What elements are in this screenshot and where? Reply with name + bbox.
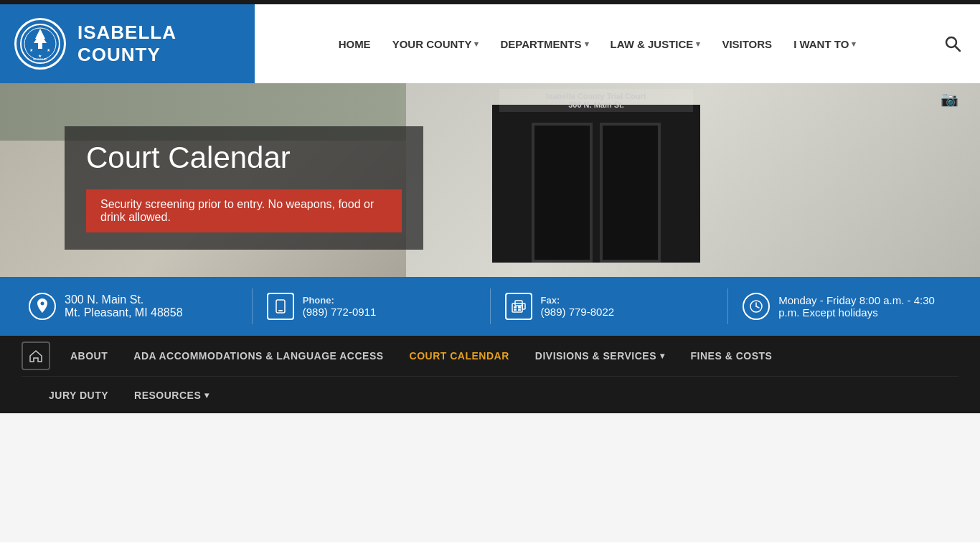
svg-rect-18 xyxy=(518,309,521,311)
security-alert: Security screening prior to entry. No we… xyxy=(86,189,402,232)
header: ★ ★ ★ MICHIGAN ISABELLA COUNTY HOME YOUR… xyxy=(0,4,980,83)
svg-rect-19 xyxy=(522,303,525,309)
fax-icon xyxy=(505,293,532,320)
info-divider xyxy=(727,288,728,324)
svg-text:MICHIGAN: MICHIGAN xyxy=(33,57,47,61)
hours-info: Monday - Friday 8:00 a.m. - 4:30 p.m. Ex… xyxy=(743,293,951,320)
sub-nav-row2: JURY DUTY RESOURCES ▾ xyxy=(22,376,958,413)
chevron-down-icon: ▾ xyxy=(585,39,589,49)
svg-rect-15 xyxy=(514,306,517,309)
sub-nav-fines-costs[interactable]: FINES & COSTS xyxy=(678,336,786,376)
fax-info: Fax: (989) 779-8022 xyxy=(505,293,714,320)
fax-label: Fax: xyxy=(541,295,615,306)
sub-nav-about[interactable]: ABOUT xyxy=(57,336,121,376)
clock-icon xyxy=(743,293,770,320)
svg-rect-4 xyxy=(38,43,42,49)
address-line1: 300 N. Main St. xyxy=(65,293,183,306)
main-nav: HOME YOUR COUNTY ▾ DEPARTMENTS ▾ LAW & J… xyxy=(255,38,940,50)
hero-overlay: Court Calendar Security screening prior … xyxy=(65,126,423,250)
svg-rect-17 xyxy=(514,309,517,311)
security-camera-icon: 📷 xyxy=(941,90,958,108)
nav-visitors[interactable]: VISITORS xyxy=(722,38,772,50)
location-icon xyxy=(29,293,56,320)
county-name: ISABELLA COUNTY xyxy=(77,22,240,66)
hero-section: Isabella County Trial Court300 N. Main S… xyxy=(0,83,980,277)
svg-rect-16 xyxy=(518,306,521,309)
phone-value: (989) 772-0911 xyxy=(303,306,377,318)
info-bar: 300 N. Main St. Mt. Pleasant, MI 48858 P… xyxy=(0,277,980,336)
chevron-down-icon: ▾ xyxy=(204,390,209,400)
nav-home[interactable]: HOME xyxy=(339,38,371,50)
county-seal: ★ ★ ★ MICHIGAN xyxy=(14,18,66,70)
phone-icon xyxy=(267,293,294,320)
svg-line-22 xyxy=(756,306,759,308)
sub-nav-jury-duty[interactable]: JURY DUTY xyxy=(36,375,121,415)
address-info: 300 N. Main St. Mt. Pleasant, MI 48858 xyxy=(29,293,237,320)
search-button[interactable] xyxy=(940,31,966,57)
building-right: Isabella County Trial Court300 N. Main S… xyxy=(406,83,980,277)
svg-rect-12 xyxy=(278,310,283,311)
nav-departments[interactable]: DEPARTMENTS ▾ xyxy=(500,38,588,50)
sub-navigation: ABOUT ADA ACCOMMODATIONS & LANGUAGE ACCE… xyxy=(0,336,980,413)
phone-label: Phone: xyxy=(303,295,377,306)
chevron-down-icon: ▾ xyxy=(696,39,700,49)
nav-your-county[interactable]: YOUR COUNTY ▾ xyxy=(392,38,479,50)
hours-value: Monday - Friday 8:00 a.m. - 4:30 p.m. Ex… xyxy=(778,294,951,319)
sub-nav-court-calendar[interactable]: COURT CALENDAR xyxy=(397,336,522,376)
page-title: Court Calendar xyxy=(86,141,402,175)
svg-line-10 xyxy=(956,47,961,52)
nav-law-justice[interactable]: LAW & JUSTICE ▾ xyxy=(611,38,701,50)
nav-i-want-to[interactable]: I WANT TO ▾ xyxy=(793,38,856,50)
info-divider xyxy=(252,288,253,324)
logo-area: ★ ★ ★ MICHIGAN ISABELLA COUNTY xyxy=(0,4,255,83)
fax-value: (989) 779-8022 xyxy=(541,306,615,318)
phone-info: Phone: (989) 772-0911 xyxy=(267,293,476,320)
chevron-down-icon: ▾ xyxy=(660,351,665,361)
main-content xyxy=(0,413,980,542)
info-divider xyxy=(490,288,491,324)
sub-nav-home-button[interactable] xyxy=(22,342,50,370)
svg-text:★: ★ xyxy=(47,48,50,52)
sub-nav-divisions[interactable]: DIVISIONS & SERVICES ▾ xyxy=(522,336,678,376)
sub-nav-ada[interactable]: ADA ACCOMMODATIONS & LANGUAGE ACCESS xyxy=(121,336,396,376)
sub-nav-row1: ABOUT ADA ACCOMMODATIONS & LANGUAGE ACCE… xyxy=(22,336,958,376)
chevron-down-icon: ▾ xyxy=(474,39,479,49)
address-line2: Mt. Pleasant, MI 48858 xyxy=(65,306,183,319)
svg-text:★: ★ xyxy=(29,48,33,52)
chevron-down-icon: ▾ xyxy=(852,39,856,49)
sub-nav-resources[interactable]: RESOURCES ▾ xyxy=(121,375,222,415)
